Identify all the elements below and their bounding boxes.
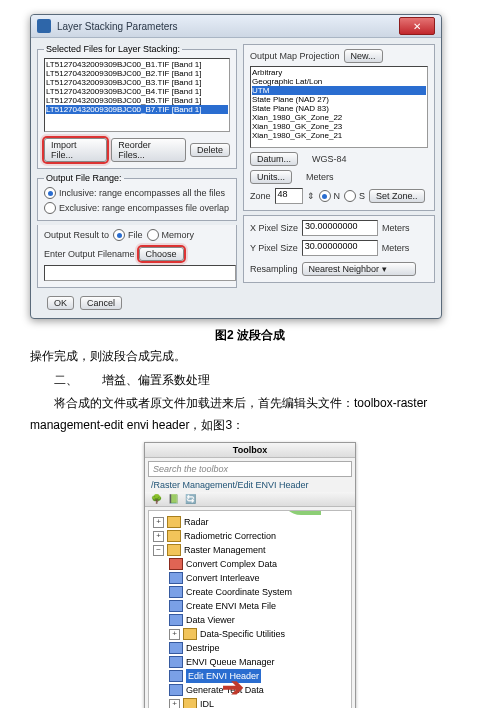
- list-item[interactable]: UTM: [252, 86, 426, 95]
- refresh-icon[interactable]: 🔄: [185, 494, 196, 504]
- tree-node[interactable]: ENVI Queue Manager: [151, 655, 349, 669]
- tree-node-radar[interactable]: +Radar: [151, 515, 349, 529]
- folder-icon: [169, 558, 183, 570]
- new-projection-button[interactable]: New...: [344, 49, 383, 63]
- app-icon: [37, 19, 51, 33]
- ok-button[interactable]: OK: [47, 296, 74, 310]
- toolbox-tree[interactable]: +Radar +Radiometric Correction −Raster M…: [148, 510, 352, 708]
- folder-icon: [169, 642, 183, 654]
- selected-files-legend: Selected Files for Layer Stacking:: [44, 44, 182, 54]
- range-inclusive-radio[interactable]: Inclusive: range encompasses all the fil…: [44, 187, 230, 199]
- set-zone-button[interactable]: Set Zone..: [369, 189, 425, 203]
- folder-icon: [167, 544, 181, 556]
- toolbox-panel: Toolbox Search the toolbox /Raster Manag…: [144, 442, 356, 708]
- reorder-files-button[interactable]: Reorder Files...: [111, 138, 186, 162]
- datum-button[interactable]: Datum...: [250, 152, 298, 166]
- selected-files-group: Selected Files for Layer Stacking: LT512…: [37, 44, 237, 169]
- list-item[interactable]: Xian_1980_GK_Zone_21: [252, 131, 426, 140]
- tree-icon[interactable]: 🌳: [151, 494, 162, 504]
- folder-icon: [169, 684, 183, 696]
- cancel-button[interactable]: Cancel: [80, 296, 122, 310]
- folder-icon: [169, 572, 183, 584]
- y-pixel-input[interactable]: 30.00000000: [302, 240, 378, 256]
- expand-icon[interactable]: +: [153, 517, 164, 528]
- x-pixel-label: X Pixel Size: [250, 223, 298, 233]
- toolbox-search-input[interactable]: Search the toolbox: [148, 461, 352, 477]
- collapse-icon[interactable]: −: [153, 545, 164, 556]
- radio-icon: [344, 190, 356, 202]
- list-item[interactable]: Geographic Lat/Lon: [252, 77, 426, 86]
- zone-label: Zone: [250, 191, 271, 201]
- tree-node-raster-mgmt[interactable]: −Raster Management: [151, 543, 349, 557]
- tree-node-radiometric[interactable]: +Radiometric Correction: [151, 529, 349, 543]
- close-icon[interactable]: ✕: [399, 17, 435, 35]
- resampling-select[interactable]: Nearest Neighbor ▾: [302, 262, 416, 276]
- folder-icon: [169, 600, 183, 612]
- dialog-title: Layer Stacking Parameters: [57, 21, 399, 32]
- x-pixel-input[interactable]: 30.00000000: [302, 220, 378, 236]
- stepper-icon[interactable]: ⇕: [307, 191, 315, 201]
- list-item[interactable]: Xian_1980_GK_Zone_23: [252, 122, 426, 131]
- output-range-group: Output File Range: Inclusive: range enco…: [37, 173, 237, 221]
- tree-node[interactable]: +Data-Specific Utilities: [151, 627, 349, 641]
- delete-button[interactable]: Delete: [190, 143, 230, 157]
- tree-node-edit-header[interactable]: Edit ENVI Header: [151, 669, 349, 683]
- selected-files-list[interactable]: LT51270432009309BJC00_B1.TIF [Band 1] LT…: [44, 58, 230, 132]
- choose-button[interactable]: Choose: [139, 247, 184, 261]
- tree-node[interactable]: Convert Complex Data: [151, 557, 349, 571]
- zone-s-radio[interactable]: S: [344, 190, 365, 202]
- paragraph: 操作完成，则波段合成完成。: [30, 346, 470, 368]
- toolbox-title: Toolbox: [151, 445, 349, 455]
- folder-icon: [167, 516, 181, 528]
- units-button[interactable]: Units...: [250, 170, 292, 184]
- radio-icon: [44, 187, 56, 199]
- projection-group: Output Map Projection New... Arbitrary G…: [243, 44, 435, 211]
- output-range-legend: Output File Range:: [44, 173, 124, 183]
- dialog-titlebar[interactable]: Layer Stacking Parameters ✕: [31, 15, 441, 38]
- expand-icon[interactable]: +: [169, 699, 180, 708]
- list-item[interactable]: LT51270432009309BJC00_B5.TIF [Band 1]: [46, 96, 228, 105]
- list-item[interactable]: LT51270432009309BJC00_B4.TIF [Band 1]: [46, 87, 228, 96]
- folder-icon: [167, 530, 181, 542]
- tree-node[interactable]: +IDL: [151, 697, 349, 708]
- expand-icon[interactable]: +: [169, 629, 180, 640]
- tree-node[interactable]: Create ENVI Meta File: [151, 599, 349, 613]
- section-heading: 二、 增益、偏置系数处理: [30, 370, 470, 392]
- tree-node[interactable]: Destripe: [151, 641, 349, 655]
- tree-node[interactable]: Create Coordinate System: [151, 585, 349, 599]
- tree-node[interactable]: Convert Interleave: [151, 571, 349, 585]
- result-memory-radio[interactable]: Memory: [147, 229, 195, 241]
- list-item[interactable]: State Plane (NAD 27): [252, 95, 426, 104]
- import-file-button[interactable]: Import File...: [44, 138, 107, 162]
- y-pixel-label: Y Pixel Size: [250, 243, 298, 253]
- zone-n-radio[interactable]: N: [319, 190, 341, 202]
- list-item[interactable]: State Plane (NAD 83): [252, 104, 426, 113]
- projection-list[interactable]: Arbitrary Geographic Lat/Lon UTM State P…: [250, 66, 428, 148]
- toolbox-path: /Raster Management/Edit ENVI Header: [151, 480, 349, 490]
- folder-icon: [169, 586, 183, 598]
- folder-icon: [169, 614, 183, 626]
- output-filename-input[interactable]: [44, 265, 236, 281]
- folder-icon: [183, 698, 197, 708]
- zone-input[interactable]: 48: [275, 188, 303, 204]
- layer-stacking-dialog: Layer Stacking Parameters ✕ Selected Fil…: [30, 14, 442, 319]
- toolbox-header[interactable]: Toolbox: [145, 443, 355, 458]
- range-exclusive-radio[interactable]: Exclusive: range encompasses file overla…: [44, 202, 230, 214]
- list-item[interactable]: LT51270432009309BJC00_B7.TIF [Band 1]: [46, 105, 228, 114]
- figure-2-caption: 图2 波段合成: [30, 327, 470, 344]
- resampling-label: Resampling: [250, 264, 298, 274]
- tree-node[interactable]: Generate Test Data: [151, 683, 349, 697]
- help-icon[interactable]: 📗: [168, 494, 179, 504]
- tree-node[interactable]: Data Viewer: [151, 613, 349, 627]
- expand-icon[interactable]: +: [153, 531, 164, 542]
- list-item[interactable]: LT51270432009309BJC00_B1.TIF [Band 1]: [46, 60, 228, 69]
- folder-icon: [183, 628, 197, 640]
- radio-icon: [113, 229, 125, 241]
- list-item[interactable]: Arbitrary: [252, 68, 426, 77]
- list-item[interactable]: LT51270432009309BJC00_B2.TIF [Band 1]: [46, 69, 228, 78]
- output-filename-label: Enter Output Filename: [44, 249, 135, 259]
- folder-icon: [169, 656, 183, 668]
- list-item[interactable]: LT51270432009309BJC00_B3.TIF [Band 1]: [46, 78, 228, 87]
- result-file-radio[interactable]: File: [113, 229, 143, 241]
- list-item[interactable]: Xian_1980_GK_Zone_22: [252, 113, 426, 122]
